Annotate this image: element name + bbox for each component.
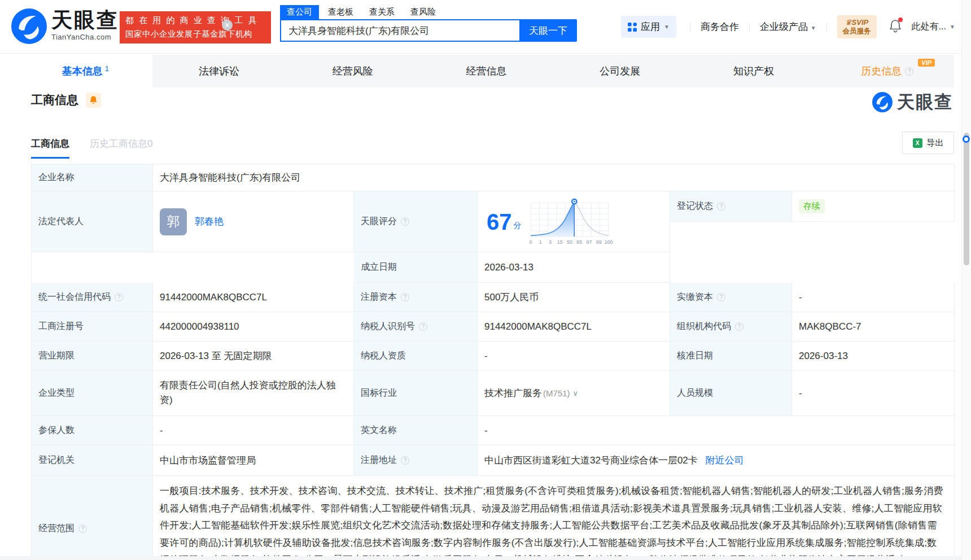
logo-title: 天眼查	[51, 8, 119, 32]
nav-enterprise-products[interactable]: 企业级产品 ▼	[760, 20, 816, 33]
tab-basic-info[interactable]: 基本信息 1	[19, 55, 152, 88]
search-tab-company[interactable]: 查公司	[280, 5, 319, 19]
field-label-approval-date: 核准日期	[670, 342, 792, 371]
tab-label: 法律诉讼	[199, 64, 239, 78]
business-info-table: 企业名称 大洋具身智能科技(广东)有限公司 法定代表人 郭 郭春艳 登记状态? …	[31, 164, 954, 560]
nav-business-cooperation[interactable]: 商务合作	[701, 20, 739, 33]
next-section-edge	[0, 556, 961, 560]
tab-label: 经营信息	[466, 64, 507, 78]
tab-label: 公司发展	[600, 64, 640, 78]
field-value-tyc-score[interactable]: 67 分 0131550859799100	[478, 191, 670, 252]
help-icon[interactable]: ?	[717, 202, 725, 211]
scrollbar-thumb[interactable]	[964, 133, 969, 265]
field-label-reg-capital: 注册资本?	[354, 283, 478, 312]
score-axis-label: 3	[548, 239, 551, 245]
help-icon[interactable]: ?	[419, 322, 427, 331]
tab-business-info[interactable]: 经营信息	[419, 55, 553, 88]
tab-operating-risk[interactable]: 经营风险	[286, 55, 419, 88]
legal-rep-link[interactable]: 郭春艳	[195, 215, 224, 228]
help-icon[interactable]: ?	[401, 217, 409, 226]
apps-menu[interactable]: 应用 ▼	[621, 16, 676, 38]
nearby-companies-link[interactable]: 附近公司	[706, 454, 744, 467]
search-tab-risk[interactable]: 查风险	[410, 5, 436, 19]
header-nav: 应用 ▼ 商务合作 企业级产品 ▼ ♛SVIP 会员服务	[621, 0, 955, 54]
tab-history-info[interactable]: VIP 历史信息 ?	[820, 55, 954, 88]
search-tab-relation[interactable]: 查关系	[369, 5, 395, 19]
help-icon[interactable]: ?	[401, 456, 409, 465]
score-axis-label: 85	[576, 239, 582, 245]
floating-widget-icon[interactable]	[963, 135, 970, 143]
help-icon[interactable]: ?	[401, 293, 409, 301]
field-value-taxpayer-id: 91442000MAK8QBCC7L	[478, 312, 670, 342]
notification-bell-icon[interactable]	[889, 19, 902, 35]
field-value-reg-number: 442000004938110	[153, 312, 354, 342]
help-icon[interactable]: ?	[78, 524, 87, 533]
excel-icon: X	[913, 138, 922, 148]
search-tabs: 查公司 查老板 查关系 查风险	[280, 6, 577, 19]
field-value-insured-count: -	[153, 416, 354, 445]
field-value-taxpayer-qual: -	[478, 342, 670, 371]
monitor-bell-icon[interactable]	[86, 93, 101, 108]
svip-service-label: 会员服务	[843, 27, 871, 36]
divider	[749, 23, 750, 32]
field-label-company-name: 企业名称	[32, 164, 153, 191]
field-value-reg-status: 存续	[792, 191, 955, 222]
divider	[826, 23, 827, 32]
score-unit: 分	[514, 221, 522, 231]
section-header: 工商信息	[31, 92, 101, 108]
scrollbar-track[interactable]	[961, 0, 971, 560]
field-label-legal-rep: 法定代表人	[32, 191, 153, 252]
svip-member-badge[interactable]: ♛SVIP 会员服务	[837, 15, 877, 39]
slogan-line1: 都 在 用 的 商 业 查 询 工 具	[125, 15, 265, 26]
tianyancha-logo[interactable]: 天眼查 TianYanCha.com	[11, 8, 119, 44]
tianyancha-company-page: 天眼查 TianYanCha.com 都 在 用 的 商 业 查 询 工 具 国…	[0, 0, 971, 560]
score-axis-label: 97	[586, 239, 592, 245]
industry-code: (M751)	[543, 388, 570, 398]
help-icon[interactable]: ?	[115, 293, 123, 301]
tab-legal-proceedings[interactable]: 法律诉讼	[152, 55, 286, 88]
field-label-reg-status: 登记状态?	[670, 191, 792, 222]
search-button[interactable]: 天眼一下	[519, 19, 577, 42]
score-value: 67	[487, 211, 512, 233]
help-icon[interactable]: ?	[717, 293, 725, 301]
search-clear-icon[interactable]: ✕	[222, 20, 233, 30]
field-label-reg-authority: 登记机关	[32, 445, 153, 476]
crown-icon: ♛	[845, 18, 852, 27]
notification-dot	[898, 18, 903, 22]
divider	[690, 23, 690, 32]
chevron-down-icon[interactable]: ∨	[573, 389, 579, 397]
score-axis-label: 0	[529, 239, 532, 245]
enterprise-label: 企业级产品	[760, 21, 808, 32]
export-button[interactable]: X 导出	[902, 132, 954, 154]
subtab-history-registration[interactable]: 历史工商信息0	[90, 137, 152, 159]
score-axis-label: 15	[557, 239, 562, 245]
field-label-credit-code: 统一社会信用代码?	[32, 283, 153, 312]
field-value-est-date: 2026-03-13	[478, 252, 670, 283]
search-tab-boss[interactable]: 查老板	[328, 5, 353, 19]
help-icon[interactable]: ?	[735, 322, 743, 331]
tianyancha-logo-icon	[11, 8, 47, 44]
subtab-business-registration[interactable]: 工商信息	[31, 137, 69, 159]
table-row: 参保人数 - 英文名称 -	[32, 416, 954, 445]
field-value-company-type: 有限责任公司(自然人投资或控股的法人独资)	[153, 371, 354, 416]
help-icon[interactable]: ?	[905, 67, 913, 76]
field-value-staff-size: -	[792, 371, 955, 416]
field-label-company-type: 企业类型	[32, 371, 153, 416]
field-value-industry: 技术推广服务 (M751) ∨	[478, 371, 670, 416]
field-label-staff-size: 人员规模	[670, 371, 792, 416]
legal-rep-avatar[interactable]: 郭	[160, 208, 187, 235]
tab-company-development[interactable]: 公司发展	[553, 55, 687, 88]
tab-intellectual-property[interactable]: 知识产权	[687, 55, 821, 88]
field-label-paid-capital: 实缴资本?	[670, 283, 792, 312]
table-row: 统一社会信用代码? 91442000MAK8QBCC7L 注册资本? 500万人…	[32, 283, 954, 312]
watermark-text: 天眼查	[897, 90, 953, 114]
table-row: 法定代表人 郭 郭春艳 登记状态? 存续 天眼评分? 67 分 01315508…	[32, 191, 954, 283]
search-input[interactable]	[280, 19, 519, 42]
chevron-down-icon: ▼	[664, 24, 670, 30]
sub-tabs: 工商信息 历史工商信息0	[31, 137, 152, 159]
field-label-tyc-score: 天眼评分?	[354, 191, 478, 252]
score-curve-svg: 0131550859799100	[528, 197, 611, 247]
user-menu[interactable]: 此处有... ▼	[912, 21, 955, 33]
table-row: 营业期限 2026-03-13 至 无固定期限 纳税人资质 - 核准日期 202…	[32, 342, 954, 371]
section-title: 工商信息	[31, 92, 78, 108]
